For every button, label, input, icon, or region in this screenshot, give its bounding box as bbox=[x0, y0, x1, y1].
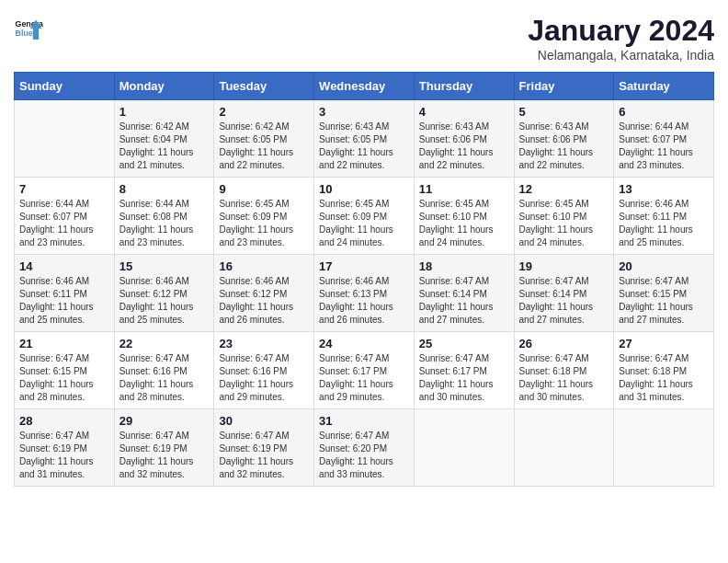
day-info: Sunrise: 6:45 AM Sunset: 6:09 PM Dayligh… bbox=[319, 198, 409, 249]
week-row-1: 1Sunrise: 6:42 AM Sunset: 6:04 PM Daylig… bbox=[15, 100, 714, 178]
calendar-cell: 30Sunrise: 6:47 AM Sunset: 6:19 PM Dayli… bbox=[214, 409, 314, 487]
day-info: Sunrise: 6:45 AM Sunset: 6:10 PM Dayligh… bbox=[419, 198, 509, 249]
day-number: 5 bbox=[519, 105, 609, 119]
day-number: 16 bbox=[219, 259, 309, 273]
calendar-cell: 2Sunrise: 6:42 AM Sunset: 6:05 PM Daylig… bbox=[214, 100, 314, 178]
day-number: 3 bbox=[319, 105, 409, 119]
day-number: 24 bbox=[319, 337, 409, 350]
day-number: 7 bbox=[19, 182, 109, 196]
day-header-thursday: Thursday bbox=[414, 73, 514, 100]
day-number: 18 bbox=[419, 259, 509, 273]
day-number: 4 bbox=[419, 105, 509, 119]
day-info: Sunrise: 6:47 AM Sunset: 6:15 PM Dayligh… bbox=[619, 275, 709, 327]
calendar-cell: 27Sunrise: 6:47 AM Sunset: 6:18 PM Dayli… bbox=[614, 332, 714, 409]
logo: General Blue bbox=[14, 14, 43, 43]
calendar-cell: 20Sunrise: 6:47 AM Sunset: 6:15 PM Dayli… bbox=[614, 255, 714, 332]
calendar-cell: 18Sunrise: 6:47 AM Sunset: 6:14 PM Dayli… bbox=[414, 255, 514, 332]
calendar-cell: 29Sunrise: 6:47 AM Sunset: 6:19 PM Dayli… bbox=[114, 409, 214, 487]
week-row-3: 14Sunrise: 6:46 AM Sunset: 6:11 PM Dayli… bbox=[15, 255, 714, 332]
month-title: January 2024 bbox=[528, 14, 714, 48]
calendar-cell bbox=[414, 409, 514, 487]
day-number: 25 bbox=[419, 337, 509, 350]
day-info: Sunrise: 6:43 AM Sunset: 6:06 PM Dayligh… bbox=[519, 121, 609, 172]
calendar-cell: 4Sunrise: 6:43 AM Sunset: 6:06 PM Daylig… bbox=[414, 100, 514, 178]
days-header-row: SundayMondayTuesdayWednesdayThursdayFrid… bbox=[15, 73, 714, 100]
calendar-cell: 24Sunrise: 6:47 AM Sunset: 6:17 PM Dayli… bbox=[314, 332, 415, 409]
day-number: 9 bbox=[219, 182, 309, 196]
calendar-cell: 21Sunrise: 6:47 AM Sunset: 6:15 PM Dayli… bbox=[15, 332, 115, 409]
day-info: Sunrise: 6:46 AM Sunset: 6:12 PM Dayligh… bbox=[219, 275, 309, 327]
day-info: Sunrise: 6:44 AM Sunset: 6:08 PM Dayligh… bbox=[119, 198, 210, 249]
calendar-cell: 17Sunrise: 6:46 AM Sunset: 6:13 PM Dayli… bbox=[314, 255, 415, 332]
day-info: Sunrise: 6:47 AM Sunset: 6:19 PM Dayligh… bbox=[19, 430, 109, 481]
day-number: 31 bbox=[319, 414, 409, 428]
day-info: Sunrise: 6:43 AM Sunset: 6:06 PM Dayligh… bbox=[419, 121, 509, 172]
day-info: Sunrise: 6:44 AM Sunset: 6:07 PM Dayligh… bbox=[19, 198, 109, 249]
day-info: Sunrise: 6:47 AM Sunset: 6:19 PM Dayligh… bbox=[119, 430, 210, 481]
calendar-cell: 23Sunrise: 6:47 AM Sunset: 6:16 PM Dayli… bbox=[214, 332, 314, 409]
week-row-4: 21Sunrise: 6:47 AM Sunset: 6:15 PM Dayli… bbox=[15, 332, 714, 409]
calendar-cell: 28Sunrise: 6:47 AM Sunset: 6:19 PM Dayli… bbox=[15, 409, 115, 487]
day-info: Sunrise: 6:46 AM Sunset: 6:12 PM Dayligh… bbox=[119, 275, 210, 327]
calendar-cell: 1Sunrise: 6:42 AM Sunset: 6:04 PM Daylig… bbox=[114, 100, 214, 178]
day-number: 14 bbox=[19, 259, 109, 273]
day-info: Sunrise: 6:42 AM Sunset: 6:05 PM Dayligh… bbox=[219, 121, 309, 172]
day-info: Sunrise: 6:47 AM Sunset: 6:17 PM Dayligh… bbox=[419, 352, 509, 404]
day-info: Sunrise: 6:47 AM Sunset: 6:14 PM Dayligh… bbox=[519, 275, 609, 327]
calendar-cell bbox=[614, 409, 714, 487]
week-row-2: 7Sunrise: 6:44 AM Sunset: 6:07 PM Daylig… bbox=[15, 178, 714, 255]
calendar-cell: 31Sunrise: 6:47 AM Sunset: 6:20 PM Dayli… bbox=[314, 409, 415, 487]
calendar-cell: 12Sunrise: 6:45 AM Sunset: 6:10 PM Dayli… bbox=[514, 178, 614, 255]
day-number: 17 bbox=[319, 259, 409, 273]
header: General Blue January 2024 Nelamangala, K… bbox=[14, 14, 714, 63]
day-header-friday: Friday bbox=[514, 73, 614, 100]
day-number: 2 bbox=[219, 105, 309, 119]
calendar-cell: 3Sunrise: 6:43 AM Sunset: 6:05 PM Daylig… bbox=[314, 100, 415, 178]
day-number: 10 bbox=[319, 182, 409, 196]
day-header-saturday: Saturday bbox=[614, 73, 714, 100]
calendar-cell: 15Sunrise: 6:46 AM Sunset: 6:12 PM Dayli… bbox=[114, 255, 214, 332]
day-info: Sunrise: 6:44 AM Sunset: 6:07 PM Dayligh… bbox=[619, 121, 709, 172]
day-number: 20 bbox=[619, 259, 709, 273]
calendar-cell: 7Sunrise: 6:44 AM Sunset: 6:07 PM Daylig… bbox=[15, 178, 115, 255]
svg-text:Blue: Blue bbox=[16, 29, 33, 38]
day-number: 30 bbox=[219, 414, 309, 428]
day-header-wednesday: Wednesday bbox=[314, 73, 415, 100]
day-header-sunday: Sunday bbox=[15, 73, 115, 100]
day-number: 13 bbox=[619, 182, 709, 196]
calendar-cell: 13Sunrise: 6:46 AM Sunset: 6:11 PM Dayli… bbox=[614, 178, 714, 255]
calendar-cell: 6Sunrise: 6:44 AM Sunset: 6:07 PM Daylig… bbox=[614, 100, 714, 178]
day-number: 12 bbox=[519, 182, 609, 196]
day-info: Sunrise: 6:45 AM Sunset: 6:10 PM Dayligh… bbox=[519, 198, 609, 249]
calendar-cell: 22Sunrise: 6:47 AM Sunset: 6:16 PM Dayli… bbox=[114, 332, 214, 409]
day-info: Sunrise: 6:47 AM Sunset: 6:15 PM Dayligh… bbox=[19, 352, 109, 404]
day-info: Sunrise: 6:42 AM Sunset: 6:04 PM Dayligh… bbox=[119, 121, 210, 172]
day-number: 26 bbox=[519, 337, 609, 350]
day-info: Sunrise: 6:46 AM Sunset: 6:11 PM Dayligh… bbox=[619, 198, 709, 249]
day-number: 23 bbox=[219, 337, 309, 350]
day-number: 6 bbox=[619, 105, 709, 119]
calendar-cell: 19Sunrise: 6:47 AM Sunset: 6:14 PM Dayli… bbox=[514, 255, 614, 332]
day-info: Sunrise: 6:47 AM Sunset: 6:20 PM Dayligh… bbox=[319, 430, 409, 481]
day-number: 11 bbox=[419, 182, 509, 196]
day-number: 15 bbox=[119, 259, 210, 273]
day-number: 29 bbox=[119, 414, 210, 428]
day-header-tuesday: Tuesday bbox=[214, 73, 314, 100]
calendar-cell: 9Sunrise: 6:45 AM Sunset: 6:09 PM Daylig… bbox=[214, 178, 314, 255]
day-number: 28 bbox=[19, 414, 109, 428]
day-number: 22 bbox=[119, 337, 210, 350]
day-number: 27 bbox=[619, 337, 709, 350]
calendar-cell: 10Sunrise: 6:45 AM Sunset: 6:09 PM Dayli… bbox=[314, 178, 415, 255]
calendar-cell: 25Sunrise: 6:47 AM Sunset: 6:17 PM Dayli… bbox=[414, 332, 514, 409]
calendar-cell: 8Sunrise: 6:44 AM Sunset: 6:08 PM Daylig… bbox=[114, 178, 214, 255]
day-info: Sunrise: 6:43 AM Sunset: 6:05 PM Dayligh… bbox=[319, 121, 409, 172]
day-number: 1 bbox=[119, 105, 210, 119]
day-info: Sunrise: 6:47 AM Sunset: 6:18 PM Dayligh… bbox=[519, 352, 609, 404]
title-area: January 2024 Nelamangala, Karnataka, Ind… bbox=[528, 14, 714, 63]
day-info: Sunrise: 6:47 AM Sunset: 6:14 PM Dayligh… bbox=[419, 275, 509, 327]
calendar-cell: 26Sunrise: 6:47 AM Sunset: 6:18 PM Dayli… bbox=[514, 332, 614, 409]
day-info: Sunrise: 6:46 AM Sunset: 6:13 PM Dayligh… bbox=[319, 275, 409, 327]
calendar-cell: 16Sunrise: 6:46 AM Sunset: 6:12 PM Dayli… bbox=[214, 255, 314, 332]
day-info: Sunrise: 6:47 AM Sunset: 6:16 PM Dayligh… bbox=[119, 352, 210, 404]
day-number: 21 bbox=[19, 337, 109, 350]
